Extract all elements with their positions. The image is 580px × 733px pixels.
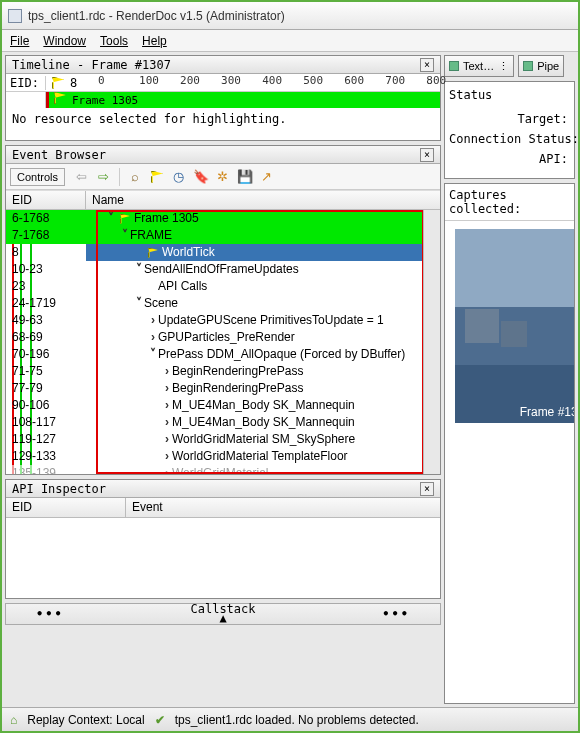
status-connection: Connection Status: [449,132,570,146]
capture-thumbnail[interactable]: TP Frame #1306 [455,229,574,423]
api-inspector-rows[interactable] [6,518,440,598]
dots-icon: ⋮ [498,60,509,73]
timeline-frame-bar[interactable]: Frame 1305 [46,92,440,108]
event-label: Frame 1305 [134,210,199,227]
chevron-icon[interactable]: › [162,397,172,414]
event-label: API Calls [158,278,207,295]
event-row[interactable]: 68-69›GPUParticles_PreRender [6,329,440,346]
event-row[interactable]: 129-133›WorldGridMaterial TemplateFloor [6,448,440,465]
timeline-eid-label: EID: [6,76,46,90]
event-row[interactable]: 108-117›M_UE4Man_Body SK_Mannequin [6,414,440,431]
chevron-icon[interactable]: › [162,448,172,465]
chevron-icon[interactable]: › [148,312,158,329]
tab-icon [449,61,459,71]
event-row[interactable]: 7-1768˅FRAME [6,227,440,244]
flag-icon [148,248,158,258]
save-icon[interactable]: 💾 [236,168,254,186]
chevron-icon[interactable]: ˅ [134,261,144,278]
event-row[interactable]: 24-1719˅Scene [6,295,440,312]
gear-icon[interactable]: ✲ [214,168,232,186]
captures-header: Captures collected: [445,184,574,221]
menu-tools[interactable]: Tools [100,34,128,48]
event-row[interactable]: 23API Calls [6,278,440,295]
event-label: WorldGridMaterial SM_SkySphere [172,431,355,448]
find-icon[interactable]: ⌕ [126,168,144,186]
chevron-icon[interactable]: ˅ [106,210,116,227]
replay-context: Replay Context: Local [27,713,144,727]
timeline-eid-value: 8 [70,76,98,90]
chevron-icon[interactable]: ˅ [148,346,158,363]
controls-button[interactable]: Controls [10,168,65,186]
status-target: Target: [449,112,570,126]
event-label: BeginRenderingPrePass [172,363,303,380]
event-row[interactable]: 8WorldTick [6,244,440,261]
event-row[interactable]: 10-23˅SendAllEndOfFrameUpdates [6,261,440,278]
chevron-up-icon[interactable]: ▲ [219,614,226,623]
prev-arrow-icon[interactable]: ⇦ [73,168,91,186]
callstack-bar[interactable]: ••• Callstack ▲ ••• [5,603,441,625]
column-header-event[interactable]: Event [126,498,440,517]
captures-panel: Captures collected: TP Frame #1306 [444,183,575,704]
event-row[interactable]: 6-1768˅Frame 1305 [6,210,440,227]
menu-help[interactable]: Help [142,34,167,48]
event-label: Scene [144,295,178,312]
tab-pipeline-state[interactable]: Pipe [518,55,564,77]
chevron-icon[interactable]: ˅ [134,295,144,312]
event-label: BeginRenderingPrePass [172,380,303,397]
event-label: FRAME [130,227,172,244]
scrollbar-thumb[interactable] [426,214,438,254]
timeline-ruler[interactable]: 0 100 200 300 400 500 600 700 800 [98,74,440,92]
event-label: WorldGridMaterial TemplateFloor [172,448,348,465]
dots-icon[interactable]: ••• [36,607,64,621]
timeline-title: Timeline - Frame #1307 [12,56,171,74]
event-row[interactable]: 119-127›WorldGridMaterial SM_SkySphere [6,431,440,448]
chevron-icon[interactable]: › [162,414,172,431]
column-header-eid[interactable]: EID [6,498,126,517]
check-icon: ✔ [155,713,165,727]
menu-window[interactable]: Window [43,34,86,48]
chevron-icon[interactable]: › [162,363,172,380]
column-header-eid[interactable]: EID [6,191,86,209]
flag-icon[interactable] [52,77,64,89]
status-api: API: [449,152,570,166]
chevron-icon[interactable]: › [148,329,158,346]
menu-file[interactable]: File [10,34,29,48]
chevron-icon[interactable]: › [162,431,172,448]
close-icon[interactable]: × [420,482,434,496]
flag-icon [120,214,130,224]
event-row[interactable]: 77-79›BeginRenderingPrePass [6,380,440,397]
event-label: WorldTick [162,244,215,261]
chevron-icon[interactable]: ˅ [120,227,130,244]
dots-icon[interactable]: ••• [382,607,410,621]
column-header-name[interactable]: Name [86,191,440,209]
event-row[interactable]: 70-196˅PrePass DDM_AllOpaque (Forced by … [6,346,440,363]
close-icon[interactable]: × [420,58,434,72]
close-icon[interactable]: × [420,148,434,162]
status-panel: Status Target: Connection Status: API: [444,81,575,179]
event-row[interactable]: 90-106›M_UE4Man_Body SK_Mannequin [6,397,440,414]
bookmark-select-icon[interactable]: 🔖 [192,168,210,186]
event-label: PrePass DDM_AllOpaque (Forced by DBuffer… [158,346,405,363]
globe-icon: ⌂ [10,713,17,727]
status-message: tps_client1.rdc loaded. No problems dete… [175,713,419,727]
window-title: tps_client1.rdc - RenderDoc v1.5 (Admini… [28,9,285,23]
tab-icon [523,61,533,71]
right-tabs: Text…⋮ Pipe [444,55,575,77]
chevron-icon[interactable]: › [162,380,172,397]
export-icon[interactable]: ↗ [258,168,276,186]
timer-icon[interactable]: ◷ [170,168,188,186]
tab-texture-viewer[interactable]: Text…⋮ [444,55,514,77]
next-arrow-icon[interactable]: ⇨ [95,168,113,186]
event-label: UpdateGPUScene PrimitivesToUpdate = 1 [158,312,384,329]
event-browser-toolbar: Controls ⇦ ⇨ ⌕ ◷ 🔖 ✲ 💾 ↗ [6,164,440,190]
api-inspector-title: API Inspector [12,480,106,498]
event-browser-panel: Event Browser × Controls ⇦ ⇨ ⌕ ◷ 🔖 ✲ 💾 ↗… [5,145,441,475]
document-icon [8,9,22,23]
status-header: Status [449,88,570,102]
event-row[interactable]: 71-75›BeginRenderingPrePass [6,363,440,380]
event-browser-rows[interactable]: 6-1768˅Frame 13057-1768˅FRAME8WorldTick1… [6,210,440,474]
window-titlebar: tps_client1.rdc - RenderDoc v1.5 (Admini… [2,2,578,30]
event-row[interactable]: 49-63›UpdateGPUScene PrimitivesToUpdate … [6,312,440,329]
flag-icon[interactable] [148,168,166,186]
capture-frame-label: Frame #1306 [520,405,574,419]
